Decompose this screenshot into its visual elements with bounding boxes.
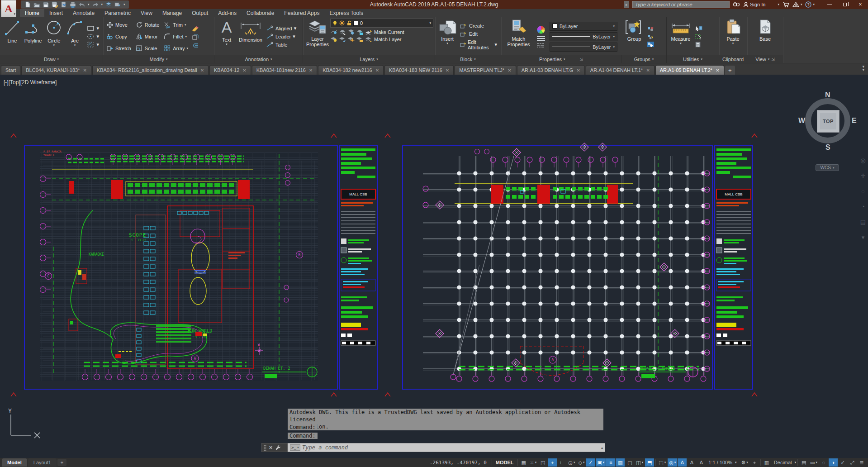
mirror-tool[interactable]: Mirror <box>134 31 161 43</box>
qat-customize-caret-icon[interactable]: ▾ <box>123 3 125 6</box>
file-tab[interactable]: BLC044, KURANJI-183*✕ <box>21 65 91 75</box>
ribbon-tab[interactable]: Annotate <box>68 9 100 17</box>
annotation-small-tool[interactable]: Leader▾ <box>266 33 296 39</box>
quick-properties-icon[interactable]: ▤ <box>799 458 808 467</box>
linetype-combo[interactable]: ByLayer▾ <box>550 43 617 52</box>
recent-commands-icon[interactable]: >_▾ <box>290 444 300 451</box>
tab-close-icon[interactable]: ✕ <box>576 68 580 73</box>
dimension-tool[interactable]: Dimension <box>237 18 264 55</box>
ribbon-tab[interactable]: Home <box>20 9 44 17</box>
ungroup-tool[interactable] <box>647 26 654 32</box>
properties-panel-title[interactable]: Properties▾⇲ <box>501 55 621 63</box>
share-icon[interactable] <box>114 1 121 8</box>
rotate-tool[interactable]: Rotate <box>134 19 161 31</box>
restore-button[interactable] <box>837 0 853 9</box>
hatch-tool[interactable]: ▾ <box>87 42 99 48</box>
annotation-monitor-icon[interactable]: ＋ <box>750 458 759 467</box>
command-expand-icon[interactable]: ▴ <box>601 446 603 450</box>
tab-close-icon[interactable]: ✕ <box>446 68 449 73</box>
compass-west[interactable]: W <box>798 117 805 125</box>
app-store-cart-icon[interactable] <box>783 2 789 8</box>
sign-in-menu[interactable]: Sign In ▾ <box>743 2 779 7</box>
explode-tool[interactable] <box>191 34 199 40</box>
dynamic-input-icon[interactable]: ＋ <box>548 458 557 467</box>
new-layout-button[interactable]: + <box>57 459 66 466</box>
clipboard-panel-title[interactable]: Clipboard <box>719 55 747 63</box>
object-snap-icon[interactable]: ▣▾ <box>596 458 606 467</box>
orbit-icon[interactable]: ◔ <box>859 202 867 210</box>
lineweight-combo[interactable]: ByLayer▾ <box>550 32 617 41</box>
open-file-icon[interactable] <box>33 1 40 8</box>
wcs-menu[interactable]: WCS▾ <box>816 164 839 171</box>
ellipse-tool[interactable]: ▾ <box>87 33 99 39</box>
units-button[interactable]: Decimal <box>772 458 794 467</box>
scale-caret-icon[interactable]: ▾ <box>735 461 737 464</box>
layout1-tab[interactable]: Layout1 <box>28 458 57 467</box>
block-small-tool[interactable]: Create <box>460 23 497 29</box>
circle-tool[interactable]: Circle▾ <box>43 18 64 55</box>
compass-north[interactable]: N <box>825 91 830 99</box>
search-input[interactable] <box>632 1 730 8</box>
model-space-button[interactable]: MODEL <box>493 458 516 467</box>
3d-object-snap-icon[interactable]: ◫▾ <box>635 458 645 467</box>
tab-overflow-icon[interactable]: ▾▾ <box>862 65 864 71</box>
trim-tool[interactable]: Trim▾ <box>162 19 190 31</box>
layer-selector[interactable]: 0 ▾ <box>330 19 433 28</box>
nav-more-icon[interactable]: ▾ <box>859 233 867 241</box>
file-tab[interactable]: AR.A1-03 DENAH LT.G✕ <box>517 65 585 75</box>
layers-panel-title[interactable]: Layers▾ <box>303 55 435 63</box>
application-menu-button[interactable]: A ▾ <box>1 0 16 17</box>
overkill-tool[interactable] <box>191 43 199 48</box>
group-button[interactable]: Group <box>623 18 645 55</box>
annotation-scale-button[interactable]: 1:1 / 100% <box>706 458 735 467</box>
rectangle-tool[interactable]: ▾ <box>87 25 99 31</box>
undo-caret-icon[interactable]: ▾ <box>88 3 90 6</box>
block-panel-title[interactable]: Block▾ <box>435 55 501 63</box>
autoscale-icon[interactable]: A <box>687 458 696 467</box>
ribbon-tab[interactable]: Collaborate <box>242 9 279 17</box>
command-input[interactable]: >_▾ Type a command ▴ <box>288 443 605 452</box>
lock-ui-icon[interactable]: ▭▾ <box>809 458 819 467</box>
draw-panel-title[interactable]: Draw▾ <box>0 55 103 63</box>
command-bar-grip[interactable]: ✕ <box>261 443 288 452</box>
array-tool[interactable]: Array▾ <box>162 43 190 54</box>
snap-mode-icon[interactable]: ⁙▾ <box>529 458 538 467</box>
compass-south[interactable]: S <box>825 143 830 152</box>
help-icon[interactable]: ?▾ <box>805 1 815 8</box>
file-tab[interactable]: Start <box>1 65 20 75</box>
select-all-tool[interactable] <box>695 33 702 39</box>
measure-button[interactable]: Measure▾ <box>669 18 693 55</box>
units-caret-icon[interactable]: ▾ <box>795 461 797 464</box>
redo-caret-icon[interactable]: ▾ <box>101 3 103 6</box>
erase-tool[interactable] <box>191 25 199 32</box>
search-icon[interactable] <box>733 2 740 7</box>
object-color-combo[interactable]: ByLayer▾ <box>550 22 617 31</box>
plot-icon[interactable] <box>70 1 76 8</box>
drawing-area[interactable]: [-][Top][2D Wireframe] P.07 PARKIRTANHBP… <box>0 75 868 458</box>
redo-icon[interactable] <box>92 1 99 8</box>
ribbon-tab[interactable]: Express Tools <box>324 9 368 17</box>
modify-panel-title[interactable]: Modify▾ <box>103 55 214 63</box>
annotation-small-tool[interactable]: Table <box>266 42 296 48</box>
transparency-icon[interactable]: ▨ <box>616 458 625 467</box>
quick-calc-tool[interactable] <box>695 42 702 48</box>
make-current-button[interactable]: Make Current <box>374 29 404 35</box>
viewport-controls[interactable]: [-][Top][2D Wireframe] <box>4 79 57 86</box>
file-tab[interactable]: AR.A1-05 DENAH LT.2*✕ <box>655 65 724 75</box>
ribbon-tab[interactable]: Output <box>187 9 213 17</box>
layer-unisolate-icon[interactable] <box>105 1 112 8</box>
selection-filter-icon[interactable]: ⬚▾ <box>657 458 667 467</box>
infocenter-collapse-icon[interactable]: ▸ <box>624 1 629 8</box>
view-cube[interactable]: N W E S TOP WCS▾ <box>802 93 854 176</box>
infer-constraints-icon[interactable]: ◳ <box>538 458 547 467</box>
gizmo-icon[interactable]: ◎▾ <box>668 458 677 467</box>
layer-properties-button[interactable]: Layer Properties <box>305 18 330 55</box>
tab-close-icon[interactable]: ✕ <box>242 68 246 73</box>
model-tab[interactable]: Model <box>2 458 27 467</box>
new-tab-button[interactable]: + <box>725 66 735 75</box>
match-properties-button[interactable]: Match Properties <box>503 18 534 55</box>
save-as-icon[interactable] <box>52 1 58 8</box>
customize-wrench-icon[interactable] <box>275 445 281 451</box>
ribbon-tab[interactable]: Parametric <box>100 9 136 17</box>
arc-tool[interactable]: Arc▾ <box>64 18 85 55</box>
